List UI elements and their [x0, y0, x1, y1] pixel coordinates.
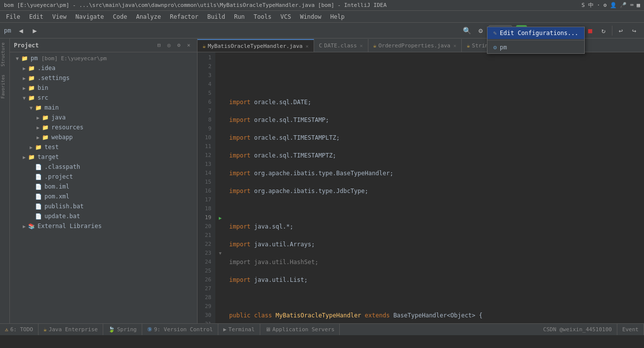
tree-settings-item[interactable]: ▶ 📁 .settings	[10, 73, 197, 83]
tree-target-item[interactable]: ▶ 📁 target	[10, 152, 197, 162]
collapse-all-btn[interactable]: ⊟	[155, 41, 163, 50]
tree-webapp-item[interactable]: ▶ 📁 webapp	[10, 132, 197, 142]
gutter-30	[215, 311, 225, 320]
tab-mybatisoracle[interactable]: ☕ MyBatisOracleTypeHandler.java ✕	[198, 39, 314, 52]
settings-arrow[interactable]: ▶	[21, 76, 28, 81]
tab-date[interactable]: C DATE.class ✕	[314, 39, 368, 52]
tree-extlibs-item[interactable]: ▶ 📚 External Libraries	[10, 221, 197, 231]
gutter-22	[215, 240, 225, 249]
code-editor[interactable]: 1 2 3 4 5 6 7 8 9 10 11 12 13 14 15 16 1…	[198, 52, 644, 323]
target-arrow[interactable]: ▶	[21, 155, 28, 160]
status-version-control[interactable]: ⑨ 9: Version Control	[142, 324, 218, 335]
todo-icon: ⚠	[5, 326, 8, 333]
locate-btn[interactable]: ◎	[164, 41, 173, 50]
resources-folder-icon: 📁	[41, 123, 49, 131]
toolbar-back-btn[interactable]: ◀	[15, 25, 27, 37]
bin-arrow[interactable]: ▶	[21, 85, 28, 91]
tree-test-item[interactable]: ▶ 📁 test	[10, 142, 197, 152]
main-arrow[interactable]: ▼	[28, 105, 35, 111]
src-arrow[interactable]: ▼	[21, 95, 28, 101]
line-27: 27	[198, 284, 215, 293]
favorites-tab[interactable]: Favorites	[0, 73, 9, 101]
status-event[interactable]: Event	[617, 324, 644, 335]
menu-analyze[interactable]: Analyze	[132, 12, 165, 21]
tree-main-item[interactable]: ▼ 📁 main	[10, 103, 197, 113]
tab-orderedprops-close[interactable]: ✕	[453, 43, 456, 48]
structure-tab[interactable]: Structure	[0, 40, 9, 69]
tree-project-item[interactable]: 📄 .project	[10, 172, 197, 182]
dropdown-edit-configs[interactable]: ✎ Edit Configurations...	[487, 27, 584, 39]
terminal-icon: ▶	[223, 326, 227, 333]
bin-label: bin	[38, 84, 48, 91]
tree-publishbat-item[interactable]: 📄 publish.bat	[10, 201, 197, 211]
dropdown-pm-config[interactable]: ⚙ pm	[487, 41, 584, 53]
tree-bomiml-item[interactable]: 📄 bom.iml	[10, 182, 197, 192]
title-bar: bom [E:\yueyecar\pm] - ...\src\main\java…	[0, 0, 644, 11]
stop-btn[interactable]: ■	[584, 25, 596, 37]
tree-updatebat-item[interactable]: 📄 update.bat	[10, 211, 197, 221]
tree-resources-item[interactable]: ▶ 📁 resources	[10, 122, 197, 132]
status-csdn: CSDN @weixin_44510100	[538, 324, 617, 335]
gutter-4	[215, 80, 225, 89]
menu-build[interactable]: Build	[203, 12, 229, 21]
resources-arrow[interactable]: ▶	[35, 125, 41, 130]
tree-root-item[interactable]: ▼ 📁 pm [bom] E:\yueyecar\pm	[10, 53, 197, 63]
menu-view[interactable]: View	[48, 12, 71, 21]
code-line-7: import org.apache.ibatis.type.BaseTypeHa…	[229, 169, 644, 178]
tree-java-item[interactable]: ▶ 📁 java	[10, 113, 197, 122]
tree-classpath-item[interactable]: 📄 .classpath	[10, 162, 197, 172]
menu-tools[interactable]: Tools	[250, 12, 276, 21]
line-20: 20	[198, 222, 215, 231]
menu-vcs[interactable]: VCS	[277, 12, 295, 21]
idea-arrow[interactable]: ▶	[21, 66, 28, 71]
menu-window[interactable]: Window	[296, 12, 325, 21]
tree-idea-item[interactable]: ▶ 📁 .idea	[10, 63, 197, 73]
menu-navigate[interactable]: Navigate	[72, 12, 108, 21]
target-folder-icon: 📁	[28, 153, 36, 161]
toolbar-search-btn[interactable]: 🔍	[461, 25, 473, 37]
run-gutter-icon[interactable]: ▶	[219, 215, 222, 221]
line-numbers-gutter: 1 2 3 4 5 6 7 8 9 10 11 12 13 14 15 16 1…	[198, 52, 215, 323]
close-sidebar-btn[interactable]: ✕	[184, 41, 193, 50]
menu-refactor[interactable]: Refactor	[166, 12, 202, 21]
status-terminal[interactable]: ▶ Terminal	[218, 324, 260, 335]
menu-help[interactable]: Help	[326, 12, 349, 21]
status-spring[interactable]: 🍃 Spring	[103, 324, 142, 335]
root-expand-arrow[interactable]: ▼	[14, 56, 21, 61]
menu-file[interactable]: File	[2, 12, 24, 21]
gutter-3	[215, 71, 225, 80]
gear-icon[interactable]: ⚙	[174, 41, 183, 50]
webapp-folder-icon: 📁	[41, 133, 49, 141]
tree-bin-item[interactable]: ▶ 📁 bin	[10, 83, 197, 93]
fold-icon-23[interactable]: ▼	[219, 251, 221, 256]
tree-src-item[interactable]: ▼ 📁 src	[10, 93, 197, 103]
menu-run[interactable]: Run	[230, 12, 249, 21]
gutter-19[interactable]: ▶	[215, 213, 225, 222]
menu-code[interactable]: Code	[109, 12, 131, 21]
webapp-arrow[interactable]: ▶	[35, 135, 41, 140]
extlibs-arrow[interactable]: ▶	[21, 224, 28, 229]
tab-mybatisoracle-close[interactable]: ✕	[306, 43, 309, 49]
status-java-enterprise[interactable]: ☕ Java Enterprise	[39, 324, 103, 335]
tab-orderedprops-label: OrderedProperties.java	[378, 42, 450, 49]
tab-date-close[interactable]: ✕	[360, 43, 363, 48]
dropdown-separator	[487, 40, 584, 40]
line-28: 28	[198, 293, 215, 302]
code-line-13: import java.util.List;	[229, 275, 644, 284]
status-app-servers[interactable]: 🖥 Application Servers	[260, 324, 340, 335]
test-arrow[interactable]: ▶	[28, 145, 35, 150]
toolbar-forward-btn[interactable]: ▶	[29, 25, 40, 37]
edit-config-icon: ✎	[493, 30, 497, 37]
redo-btn[interactable]: ↪	[628, 25, 640, 37]
classpath-label: .classpath	[44, 163, 80, 170]
update-btn[interactable]: ↻	[598, 25, 609, 37]
tab-orderedprops[interactable]: ☕ OrderedProperties.java ✕	[368, 39, 462, 52]
menu-edit[interactable]: Edit	[25, 12, 47, 21]
status-todo[interactable]: ⚠ 6: TODO	[0, 324, 39, 335]
edit-configs-label: Edit Configurations...	[500, 30, 578, 37]
tree-pomxml-item[interactable]: 📄 pom.xml	[10, 192, 197, 201]
java-arrow[interactable]: ▶	[35, 115, 41, 120]
gutter-29	[215, 302, 225, 311]
toolbar-settings-btn[interactable]: ⚙	[475, 25, 486, 37]
undo-btn[interactable]: ↩	[615, 25, 627, 37]
